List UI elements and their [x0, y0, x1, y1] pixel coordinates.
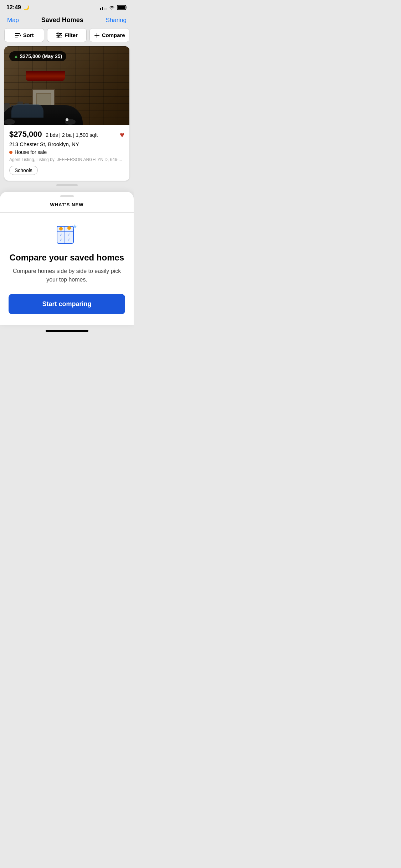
svg-rect-2 — [104, 8, 105, 10]
sort-button[interactable]: Sort — [4, 28, 44, 42]
price-arrow: ▲ — [14, 53, 19, 59]
compare-feature-icon: ✓ ✓ ✓ ✓ — [54, 221, 80, 247]
svg-rect-0 — [100, 8, 101, 10]
signal-icon — [100, 5, 107, 10]
feature-desc: Compare homes side by side to easily pic… — [9, 267, 125, 284]
price-badge-text: $275,000 (May 25) — [20, 53, 62, 59]
feature-section: ✓ ✓ ✓ ✓ Compare your saved homes Compare… — [0, 221, 134, 314]
svg-rect-5 — [118, 6, 125, 9]
sheet-handle-area — [0, 192, 134, 199]
nav-header: Map Saved Homes Sharing — [0, 14, 134, 28]
svg-text:✓: ✓ — [67, 233, 70, 237]
svg-rect-6 — [126, 6, 127, 9]
status-time: 12:49 — [6, 4, 21, 11]
schools-tag[interactable]: Schools — [9, 166, 38, 175]
sharing-nav-link[interactable]: Sharing — [106, 17, 127, 24]
status-icons — [100, 5, 127, 10]
sort-icon — [15, 32, 21, 38]
svg-rect-1 — [102, 7, 103, 10]
whats-new-label: WHAT'S NEW — [0, 199, 134, 212]
favorite-heart-icon[interactable]: ♥ — [120, 130, 124, 140]
status-bar: 12:49 🌙 — [0, 0, 134, 14]
property-specs: 2 bds | 2 ba | 1,500 sqft — [46, 132, 98, 138]
svg-point-22 — [67, 226, 71, 230]
svg-point-15 — [58, 36, 59, 38]
scroll-bar — [56, 184, 78, 186]
moon-icon: 🌙 — [23, 5, 29, 10]
price-badge: ▲ $275,000 (May 25) — [9, 51, 66, 61]
sheet-divider — [0, 212, 134, 213]
bottom-sheet: WHAT'S NEW ✓ ✓ ✓ ✓ Compare y — [0, 192, 134, 325]
property-type: House for sale — [15, 149, 47, 155]
home-bar — [46, 330, 88, 332]
svg-rect-3 — [106, 8, 107, 10]
property-card[interactable]: ▲ $275,000 (May 25) $275,000 2 bds | 2 b… — [4, 46, 129, 181]
battery-icon — [117, 5, 127, 10]
page-title: Saved Homes — [41, 16, 83, 24]
start-comparing-button[interactable]: Start comparing — [9, 294, 125, 314]
filter-button[interactable]: Filter — [47, 28, 87, 42]
feature-title: Compare your saved homes — [10, 253, 124, 263]
compare-button[interactable]: Compare — [89, 28, 129, 42]
property-info: $275,000 2 bds | 2 ba | 1,500 sqft ♥ 213… — [4, 125, 129, 181]
map-nav-link[interactable]: Map — [7, 17, 19, 24]
compare-homes-icon: ✓ ✓ ✓ ✓ — [54, 221, 80, 247]
agent-listing: Agent Listing, Listing by: JEFFERSON ANG… — [9, 157, 124, 162]
filter-bar: Sort Filter Compare — [0, 28, 134, 46]
svg-point-14 — [60, 35, 61, 36]
svg-point-21 — [59, 227, 63, 231]
property-image: ▲ $275,000 (May 25) — [4, 46, 129, 125]
property-price: $275,000 — [9, 130, 42, 139]
svg-text:✓: ✓ — [60, 233, 62, 237]
wifi-icon — [109, 5, 115, 10]
home-indicator — [0, 325, 134, 335]
status-dot — [9, 151, 12, 154]
filter-icon — [56, 32, 62, 38]
svg-point-13 — [57, 33, 59, 34]
compare-icon — [94, 32, 100, 38]
sheet-handle — [60, 195, 74, 197]
scroll-indicator — [0, 181, 134, 187]
property-type-row: House for sale — [9, 149, 124, 155]
property-address: 213 Chester St, Brooklyn, NY — [9, 141, 124, 147]
svg-text:✓: ✓ — [60, 238, 62, 242]
image-dot-indicator — [66, 118, 68, 121]
svg-text:✓: ✓ — [67, 238, 70, 242]
